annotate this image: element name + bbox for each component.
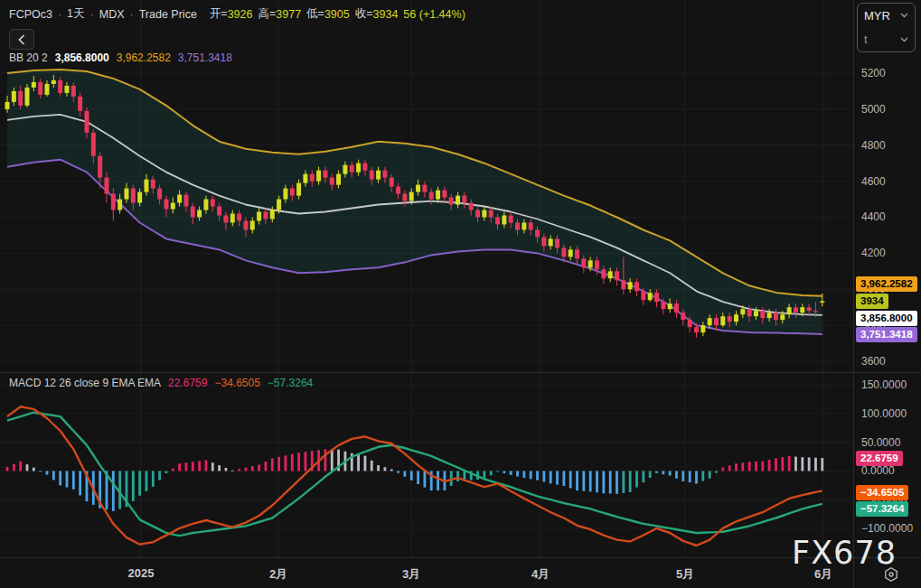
separator-dot: · xyxy=(130,8,134,21)
chevron-down-icon xyxy=(900,37,908,42)
scale-tick: 4400 xyxy=(861,210,886,223)
back-button[interactable] xyxy=(9,29,34,50)
time-axis-label: 4月 xyxy=(531,566,550,583)
macd-label: MACD 12 26 close 9 EMA EMA xyxy=(9,377,161,389)
bb-lower-value: 3,751.3418 xyxy=(178,51,232,64)
close-label: 收= xyxy=(355,6,373,22)
macd-line-value: −34.6505 xyxy=(214,377,259,389)
time-axis-label: 3月 xyxy=(402,566,420,583)
low-value: 3905 xyxy=(324,8,350,21)
symbol-name: FCPOc3 xyxy=(9,8,52,21)
close-value: 3934 xyxy=(373,8,399,21)
macd-hist-badge: 22.6759 xyxy=(856,451,903,466)
scale-tick: 50.0000 xyxy=(861,436,900,449)
scale-tick: 5000 xyxy=(861,103,886,116)
separator-dot: · xyxy=(90,8,94,21)
bb-legend: BB 20 2 3,856.8000 3,962.2582 3,751.3418 xyxy=(9,51,232,64)
time-axis-separator xyxy=(0,557,921,558)
time-axis[interactable]: 20252月3月4月5月6月 xyxy=(0,558,854,588)
scale-tick: 100.0000 xyxy=(861,407,907,420)
price-type-label: Trade Price xyxy=(139,8,197,21)
time-axis-label: 2025 xyxy=(128,566,155,580)
symbol-legend: FCPOc3 · 1天 · MDX · Trade Price 开=3926 高… xyxy=(9,6,465,22)
bb-lower-badge: 3,751.3418 xyxy=(856,327,917,342)
separator-dot: · xyxy=(58,8,61,21)
price-scale-separator xyxy=(853,0,854,588)
bb-mid-value: 3,856.8000 xyxy=(55,51,109,64)
macd-signal-value: −57.3264 xyxy=(268,377,313,389)
scale-tick: 0.0000 xyxy=(861,464,895,477)
chevron-left-icon xyxy=(18,34,25,45)
chevron-down-icon xyxy=(900,13,908,18)
bb-upper-badge: 3,962.2582 xyxy=(856,276,917,292)
low-label: 低= xyxy=(306,6,324,22)
macd-line-badge: −34.6505 xyxy=(856,485,908,500)
open-value: 3926 xyxy=(228,8,253,21)
settings-icon xyxy=(883,566,899,583)
scale-tick: 5200 xyxy=(861,67,886,79)
scale-tick: 3600 xyxy=(861,355,886,368)
pane-separator[interactable] xyxy=(0,372,921,373)
macd-legend: MACD 12 26 close 9 EMA EMA 22.6759 −34.6… xyxy=(9,377,313,389)
settings-button[interactable] xyxy=(881,565,901,583)
currency-value: MYR xyxy=(864,9,890,23)
time-axis-label: 2月 xyxy=(269,566,287,583)
scale-tick: −100.0000 xyxy=(861,522,913,535)
high-label: 高= xyxy=(258,6,276,22)
currency-select[interactable]: MYR xyxy=(858,4,915,28)
last-price-badge: 3934 xyxy=(856,294,888,309)
scale-tick: 4600 xyxy=(861,175,886,188)
bb-mid-badge: 3,856.8000 xyxy=(856,311,917,326)
interval-label: 1天 xyxy=(67,6,84,22)
change-value: 56 (+1.44%) xyxy=(403,8,465,21)
bb-upper-value: 3,962.2582 xyxy=(117,51,171,64)
unit-value: t xyxy=(864,33,868,46)
macd-signal-badge: −57.3264 xyxy=(856,501,908,517)
scale-unit-control: MYR t xyxy=(857,3,916,52)
macd-indicator-pane[interactable] xyxy=(0,373,854,557)
chart-window: FCPOc3 · 1天 · MDX · Trade Price 开=3926 高… xyxy=(0,0,921,588)
high-value: 3977 xyxy=(276,8,301,21)
exchange-label: MDX xyxy=(99,8,125,21)
scale-tick: 150.0000 xyxy=(861,378,907,391)
macd-hist-value: 22.6759 xyxy=(168,377,207,389)
time-axis-label: 5月 xyxy=(676,566,694,583)
scale-tick: 4800 xyxy=(861,139,886,152)
price-scale[interactable]: 3,962.2582 3934 3,856.8000 3,751.3418 22… xyxy=(854,0,921,588)
open-label: 开= xyxy=(210,6,228,22)
bb-label: BB 20 2 xyxy=(9,51,48,64)
unit-select[interactable]: t xyxy=(858,28,915,52)
scale-tick: 4200 xyxy=(861,247,886,259)
